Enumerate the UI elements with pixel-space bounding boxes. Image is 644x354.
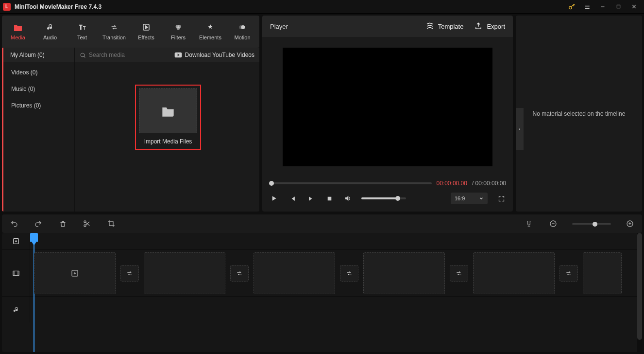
transition-icon [109,23,119,32]
youtube-icon [174,52,182,58]
duration: / 00:00:00:00 [472,180,506,187]
tab-text[interactable]: Text [66,16,98,48]
search-media[interactable] [80,52,152,58]
effects-icon [141,23,151,32]
zoom-out-button[interactable] [548,218,559,229]
search-input[interactable] [89,52,152,58]
tab-label: Media [11,35,25,40]
download-youtube-button[interactable]: Download YouTube Videos [174,52,254,58]
timeline-slot[interactable] [144,252,225,294]
audio-track-icon[interactable] [11,304,21,315]
svg-rect-16 [13,271,19,275]
sidebar-item-pictures[interactable]: Pictures (0) [3,97,74,114]
menu-button[interactable] [580,0,594,14]
player-area: Player Template Export [262,16,513,212]
transition-slot[interactable] [340,265,358,282]
svg-point-5 [177,27,180,30]
export-button[interactable]: Export [474,22,505,31]
snap-button[interactable] [524,218,534,229]
audio-icon [45,23,55,32]
tab-label: Filters [171,35,186,40]
sidebar-item-music[interactable]: Music (0) [3,81,74,97]
tab-label: Elements [199,35,221,40]
delete-button[interactable] [57,218,68,229]
svg-rect-10 [327,196,331,200]
search-icon [80,52,86,58]
timeline-slot[interactable] [473,252,555,294]
tab-filters[interactable]: Filters [162,16,194,48]
split-button[interactable] [82,218,92,229]
fullscreen-button[interactable] [496,194,506,203]
minimize-button[interactable] [595,0,610,14]
media-sidebar: My Album (0) Videos (0) Music (0) Pictur… [2,48,75,212]
media-area: Media Audio Text Transition [2,16,259,212]
chevron-down-icon [479,196,484,201]
player-title: Player [270,23,288,30]
tab-transition[interactable]: Transition [98,16,130,48]
player-preview[interactable] [283,48,492,166]
prev-frame-button[interactable] [288,194,297,203]
import-media-button[interactable]: Import Media Files [135,85,201,150]
playhead[interactable] [30,233,38,242]
zoom-slider[interactable] [572,223,611,225]
tab-audio[interactable]: Audio [34,16,66,48]
transition-slot[interactable] [450,265,468,282]
collapse-properties-button[interactable] [516,108,524,150]
import-label: Import Media Files [136,136,200,149]
tab-label: Transition [102,35,126,40]
video-track[interactable] [30,250,642,296]
undo-button[interactable] [9,218,19,229]
sidebar-item-videos[interactable]: Videos (0) [3,64,74,81]
sidebar-item-myalbum[interactable]: My Album (0) [3,48,74,62]
main-tabs: Media Audio Text Transition [2,16,259,48]
tab-effects[interactable]: Effects [130,16,162,48]
timeline [2,233,642,352]
tab-label: Text [77,35,87,40]
tab-elements[interactable]: Elements [194,16,226,48]
transition-slot[interactable] [230,265,249,282]
properties-panel: No material selected on the timeline [516,16,642,212]
video-track-icon[interactable] [11,268,21,279]
crop-button[interactable] [106,218,117,229]
volume-button[interactable] [343,194,353,203]
template-icon [425,22,434,31]
audio-track[interactable] [30,297,642,322]
motion-icon [237,23,247,32]
close-button[interactable] [627,0,641,14]
transition-slot[interactable] [120,265,139,282]
tab-label: Audio [43,35,57,40]
app-logo: L [3,3,11,11]
timeline-slot[interactable] [583,252,622,294]
redo-button[interactable] [33,218,44,229]
transition-slot[interactable] [559,265,578,282]
add-track-button[interactable] [11,236,21,247]
svg-point-0 [569,6,572,9]
timeline-slot[interactable] [254,252,335,294]
elements-icon [205,23,215,32]
filters-icon [173,23,183,32]
seek-bar[interactable] [269,182,432,184]
stop-button[interactable] [324,194,334,203]
text-icon [77,23,87,32]
tab-motion[interactable]: Motion [226,16,258,48]
timeline-slot[interactable] [363,252,445,294]
media-panel: Download YouTube Videos Import Media Fil… [75,48,259,212]
export-icon [474,22,483,31]
volume-slider[interactable] [361,197,406,199]
aspect-ratio-select[interactable]: 16:9 [451,193,488,204]
tab-media[interactable]: Media [2,16,34,48]
timeline-slot[interactable] [34,252,116,294]
next-frame-button[interactable] [306,194,316,203]
template-button[interactable]: Template [425,22,464,31]
play-button[interactable] [269,194,279,203]
license-key-button[interactable] [564,0,579,14]
zoom-in-button[interactable] [625,218,635,229]
svg-point-8 [81,53,85,57]
timeline-ruler[interactable] [30,233,642,249]
yt-label: Download YouTube Videos [185,52,254,58]
timeline-toolbar [2,214,642,233]
tab-label: Effects [138,35,154,40]
svg-rect-1 [617,5,620,8]
timeline-vscroll[interactable] [637,233,642,352]
maximize-button[interactable] [611,0,626,14]
